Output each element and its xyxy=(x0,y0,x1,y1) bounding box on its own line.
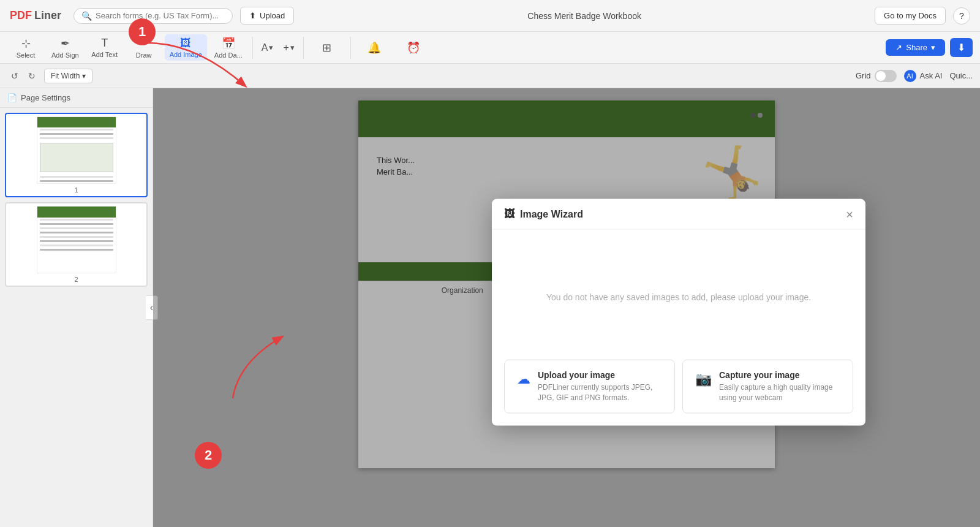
search-bar[interactable]: 🔍 xyxy=(74,8,233,24)
table-icon: ⊞ xyxy=(322,41,331,55)
thumb-header-2 xyxy=(37,207,116,218)
thumb-line-11 xyxy=(40,240,113,242)
toolbar-right: ↗ Share ▾ ⬇ xyxy=(886,38,973,57)
plus-dropdown[interactable]: + ▾ xyxy=(279,40,298,56)
upload-option[interactable]: ☁ Upload your image PDFLiner currently s… xyxy=(504,360,675,414)
table-tool[interactable]: ⊞ xyxy=(309,39,345,57)
fit-chevron-icon: ▾ xyxy=(82,72,86,80)
font-icon: A xyxy=(262,42,268,53)
thumb-line-3 xyxy=(40,137,113,139)
share-icon: ↗ xyxy=(895,43,902,52)
sidebar: 📄 Page Settings 1 xyxy=(0,88,153,527)
page-settings-icon: 📄 xyxy=(7,93,17,102)
add-sign-icon: ✒ xyxy=(61,37,70,50)
thumb-line-7 xyxy=(40,223,113,225)
add-sign-tool[interactable]: ✒ Add Sign xyxy=(47,34,84,61)
undo-button[interactable]: ↺ xyxy=(7,69,22,83)
quick-button[interactable]: Quic... xyxy=(949,71,973,80)
upload-button[interactable]: ⬆ Upload xyxy=(240,7,294,25)
chevron-down-icon: ▾ xyxy=(269,43,273,52)
sub-toolbar: ↺ ↻ Fit Width ▾ Grid AI Ask AI Quic... xyxy=(0,64,980,88)
sub-toolbar-right: Grid AI Ask AI Quic... xyxy=(856,70,973,82)
thumb-header-1 xyxy=(37,117,116,127)
page-thumb-2[interactable]: 2 xyxy=(5,202,148,287)
upload-icon: ⬆ xyxy=(249,11,256,20)
image-wizard-modal: 🖼 Image Wizard × You do not have any sav… xyxy=(492,199,865,426)
search-icon: 🔍 xyxy=(81,11,92,21)
thumb-line-6 xyxy=(40,219,113,221)
modal-body: You do not have any saved images to add,… xyxy=(492,230,865,426)
logo-liner: Liner xyxy=(34,9,61,22)
thumb-line xyxy=(40,129,113,131)
capture-option-content: Capture your image Easily capture a high… xyxy=(719,370,840,403)
upload-option-title: Upload your image xyxy=(538,370,662,380)
page-number-2: 2 xyxy=(74,276,78,283)
modal-image-icon: 🖼 xyxy=(504,208,515,221)
page-thumb-1[interactable]: 1 xyxy=(5,113,148,197)
font-group: A ▾ xyxy=(258,40,277,56)
timer-icon: ⏰ xyxy=(407,41,420,55)
help-button[interactable]: ? xyxy=(953,7,970,25)
fit-width-label: Fit Width xyxy=(51,72,80,80)
thumb-line-8 xyxy=(40,227,113,229)
thumb-line-12 xyxy=(40,245,113,246)
grid-toggle: Grid xyxy=(856,70,897,82)
upload-option-icon: ☁ xyxy=(517,371,530,387)
doc-title: Chess Merit Badge Workbook xyxy=(301,11,867,21)
download-button[interactable]: ⬇ xyxy=(950,38,973,57)
toolbar-separator3 xyxy=(350,37,351,59)
main-area: 📄 Page Settings 1 xyxy=(0,88,980,527)
modal-empty-state: You do not have any saved images to add,… xyxy=(504,242,853,352)
thumb-line-10 xyxy=(40,236,113,238)
app-logo: PDF Liner xyxy=(10,9,61,22)
ask-ai-button[interactable]: AI Ask AI xyxy=(904,70,943,82)
upload-label: Upload xyxy=(260,11,285,20)
font-size-dropdown[interactable]: A ▾ xyxy=(258,40,277,56)
add-data-tool[interactable]: 📅 Add Da... xyxy=(209,34,247,61)
add-image-icon: 🖼 xyxy=(180,37,191,50)
capture-option-title: Capture your image xyxy=(719,370,840,380)
plus-group: + ▾ xyxy=(279,40,298,56)
search-input[interactable] xyxy=(96,11,218,20)
editor-area: 🤸 This Wor... Merit Ba... ky book es whi… xyxy=(153,88,980,527)
thumb-preview-1 xyxy=(37,116,116,184)
logo-pdf: PDF xyxy=(10,9,32,22)
toolbar-separator2 xyxy=(303,37,304,59)
toolbar-separator xyxy=(252,37,253,59)
select-tool[interactable]: ⊹ Select xyxy=(7,34,44,61)
redo-button[interactable]: ↻ xyxy=(24,69,39,83)
thumb-line-4 xyxy=(40,176,113,178)
modal-options: ☁ Upload your image PDFLiner currently s… xyxy=(504,360,853,414)
thumb-preview-2 xyxy=(37,206,116,273)
add-text-tool[interactable]: T Add Text xyxy=(86,34,123,61)
annotation-badge-1: 1 xyxy=(129,18,156,45)
download-icon: ⬇ xyxy=(957,42,965,53)
bell-icon: 🔔 xyxy=(368,41,381,55)
capture-option-desc: Easily capture a high quality image usin… xyxy=(719,382,840,403)
modal-header: 🖼 Image Wizard × xyxy=(492,199,865,230)
grid-toggle-switch[interactable] xyxy=(875,70,897,82)
share-button[interactable]: ↗ Share ▾ xyxy=(886,39,945,56)
thumb-line-13 xyxy=(40,249,113,251)
goto-docs-button[interactable]: Go to my Docs xyxy=(875,7,946,25)
thumb-line-9 xyxy=(40,232,113,233)
plus-icon: + xyxy=(283,42,288,53)
thumb-line-5 xyxy=(40,180,113,182)
thumb-line-2 xyxy=(40,133,113,135)
fit-width-button[interactable]: Fit Width ▾ xyxy=(44,69,92,83)
ai-icon: AI xyxy=(904,70,916,82)
sidebar-header: 📄 Page Settings xyxy=(0,88,153,108)
add-text-icon: T xyxy=(101,37,108,50)
add-image-tool[interactable]: 🖼 Add Image xyxy=(165,34,207,61)
chevron-down-icon2: ▾ xyxy=(290,43,295,52)
modal-close-button[interactable]: × xyxy=(846,208,853,220)
sidebar-pages: 1 2 xyxy=(0,108,153,527)
capture-option[interactable]: 📷 Capture your image Easily capture a hi… xyxy=(682,360,853,414)
capture-option-icon: 📷 xyxy=(695,371,712,387)
timer-tool[interactable]: ⏰ xyxy=(395,39,432,57)
upload-option-desc: PDFLiner currently supports JPEG, JPG, G… xyxy=(538,382,662,403)
undo-redo-group: ↺ ↻ xyxy=(7,69,39,83)
upload-option-content: Upload your image PDFLiner currently sup… xyxy=(538,370,662,403)
annotation-badge-2: 2 xyxy=(195,442,222,469)
notification-tool[interactable]: 🔔 xyxy=(356,39,393,57)
